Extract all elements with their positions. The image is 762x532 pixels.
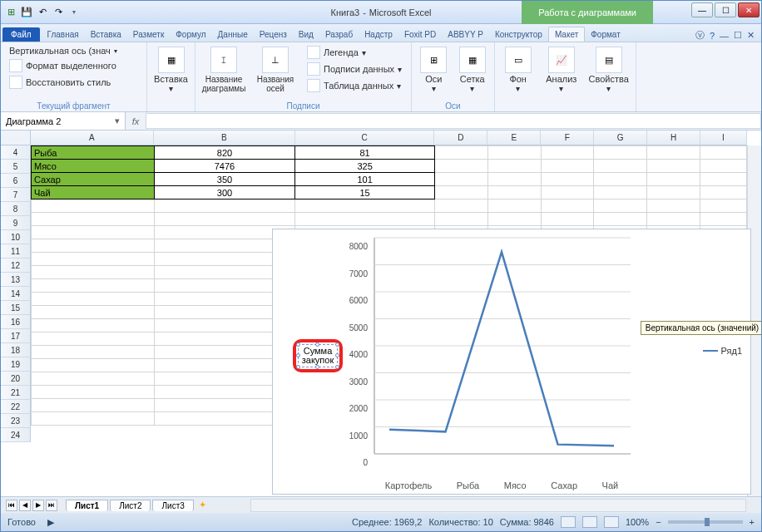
chart-legend[interactable]: Ряд1 [703,346,742,356]
sheet-tab[interactable]: Лист1 [66,500,108,511]
data-labels-icon [307,62,320,76]
tab-insert[interactable]: Вставка [85,27,127,42]
chart-tooltip: Вертикальная ось (значений) - основные л… [641,321,761,335]
axis-title[interactable]: Сумма закупок [298,344,338,367]
macro-record-icon[interactable]: ▶ [47,517,54,528]
group-label: Подписи [200,101,406,111]
tab-layout[interactable]: Макет [548,27,585,42]
data-labels-button[interactable]: Подписи данных ▾ [304,62,405,76]
legend-button[interactable]: Легенда ▾ [304,45,405,60]
view-normal-icon[interactable] [561,516,576,528]
window-title: Книга3 - Microsoft Excel [331,7,432,17]
tab-abbyy[interactable]: ABBYY P [442,27,489,42]
redo-icon[interactable]: ↷ [52,6,65,19]
chart-element-dropdown[interactable]: Вертикальная ось (знач▾ [6,45,121,57]
new-sheet-icon[interactable]: ✦ [199,500,206,510]
y-axis-labels: 010002000300040005000600070008000 [339,238,371,462]
worksheet-area: ABCDEFGHI 456789101112131415161718192021… [1,131,761,496]
chart-title-button[interactable]: 𝙸Название диаграммы [200,45,247,93]
tab-data[interactable]: Данные [212,27,254,42]
zoom-out-icon[interactable]: − [656,517,661,527]
row-headers[interactable]: 456789101112131415161718192021222324 [1,145,31,442]
zoom-slider[interactable] [668,520,743,524]
excel-icon: ⊞ [4,6,17,19]
tab-home[interactable]: Главная [42,27,85,42]
qat-dropdown-icon[interactable]: ▾ [67,6,81,19]
group-label: Оси [417,101,489,111]
analysis-button[interactable]: 📈Анализ▾ [541,45,581,93]
axes-button[interactable]: ⊞Оси▾ [417,45,451,93]
undo-icon[interactable]: ↶ [36,6,49,19]
status-bar: Готово ▶ Среднее: 1969,2 Количество: 10 … [1,513,761,531]
chart-title-icon: 𝙸 [210,47,237,73]
properties-button[interactable]: ▤Свойства▾ [586,45,631,93]
save-icon[interactable]: 💾 [20,6,33,19]
name-box[interactable]: Диаграмма 2▾ [1,112,126,130]
doc-name: Книга3 [331,7,360,17]
tab-developer[interactable]: Разраб [319,27,359,42]
minimize-button[interactable]: — [691,2,713,17]
formula-input[interactable] [146,113,761,129]
maximize-button[interactable]: ☐ [715,2,736,17]
status-ready: Готово [7,517,36,527]
window-controls: — ☐ ✕ [691,2,760,17]
namebox-dropdown-icon[interactable]: ▾ [115,116,120,126]
app-name: Microsoft Excel [369,7,432,17]
fx-icon[interactable]: fx [126,116,146,126]
tab-formulas[interactable]: Формул [170,27,211,42]
format-selection-button[interactable]: Формат выделенного [6,58,121,73]
status-average: Среднее: 1969,2 [352,517,422,527]
reset-style-button[interactable]: Восстановить стиль [6,75,121,90]
background-button[interactable]: ▭Фон▾ [500,45,536,93]
legend-icon [307,46,320,59]
gridlines-button[interactable]: ▦Сетка▾ [456,45,490,93]
sheet-tab[interactable]: Лист3 [152,500,193,511]
doc-close-icon[interactable]: ✕ [747,30,755,41]
view-pagelayout-icon[interactable] [582,516,597,528]
tab-file[interactable]: Файл [2,27,40,42]
insert-icon: ▦ [158,47,185,73]
close-button[interactable]: ✕ [738,2,760,17]
formula-bar: Диаграмма 2▾ fx [1,112,761,131]
chart-tools-contextual: Работа с диаграммами [522,1,653,24]
axis-title-highlight: Сумма закупок [293,339,343,372]
title-bar: ⊞ 💾 ↶ ↷ ▾ Книга3 - Microsoft Excel Работ… [1,1,761,24]
horizontal-scrollbar[interactable] [250,499,746,512]
doc-restore-icon[interactable]: ☐ [734,30,742,41]
tab-review[interactable]: Реценз [254,27,293,42]
reset-style-icon [9,76,22,89]
gridlines-icon: ▦ [459,47,486,73]
ribbon: Вертикальная ось (знач▾ Формат выделенно… [1,42,761,112]
minimize-ribbon-icon[interactable]: ⓥ [695,29,705,42]
column-headers[interactable]: ABCDEFGHI [31,131,747,145]
sheet-nav-buttons[interactable]: ⏮◀▶⏭ [6,500,57,511]
background-icon: ▭ [505,47,532,73]
properties-icon: ▤ [596,47,622,73]
axis-titles-button[interactable]: ⊥Названия осей [252,45,299,93]
x-axis-labels: КартофельРыбаМясоСахарЧай [373,480,631,490]
zoom-in-icon[interactable]: + [750,517,755,527]
chart-object[interactable]: 010002000300040005000600070008000 Сумма … [272,229,751,495]
view-pagebreak-icon[interactable] [604,516,619,528]
insert-button[interactable]: ▦Вставка▾ [152,45,190,93]
sheet-tab[interactable]: Лист2 [110,500,151,511]
doc-minimize-icon[interactable]: — [720,31,729,41]
tab-format[interactable]: Формат [585,27,626,42]
help-icon[interactable]: ? [710,31,715,41]
data-table-button[interactable]: Таблица данных ▾ [304,78,405,93]
tab-pagelayout[interactable]: Разметк [127,27,170,42]
format-selection-icon [9,59,22,72]
tab-foxit[interactable]: Foxit PD [398,27,442,42]
zoom-level[interactable]: 100% [626,517,649,527]
axis-titles-icon: ⊥ [262,47,289,73]
select-all-corner[interactable] [1,131,31,145]
tab-view[interactable]: Вид [293,27,319,42]
group-label: Текущий фрагмент [6,101,141,111]
tab-design[interactable]: Конструктор [489,27,548,42]
data-table-icon [307,79,320,92]
legend-swatch [703,350,718,352]
sheet-tab-bar: ⏮◀▶⏭ Лист1 Лист2 Лист3 ✦ [1,496,761,513]
analysis-icon: 📈 [548,47,575,73]
tab-addins[interactable]: Надстр [359,27,398,42]
axes-icon: ⊞ [420,47,447,73]
